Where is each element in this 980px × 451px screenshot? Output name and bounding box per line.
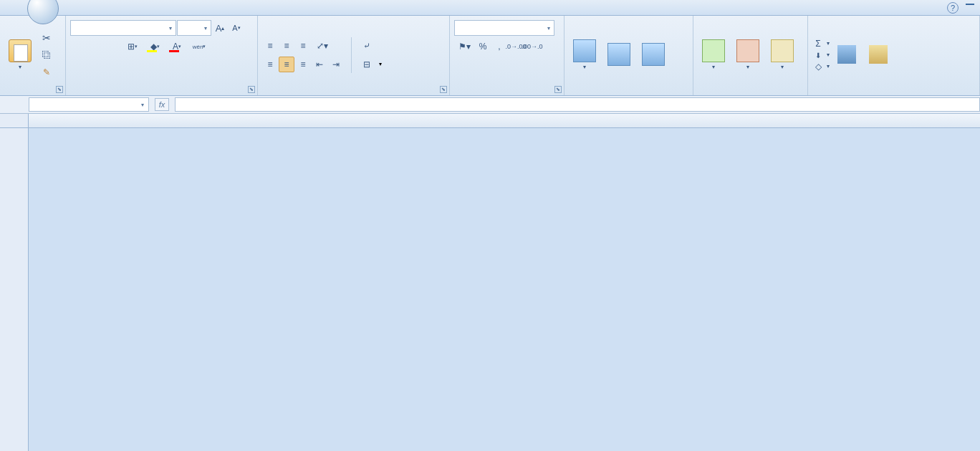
indent-dec-button[interactable]: ⇤ [312,57,327,72]
font-expand[interactable]: ⬊ [248,86,255,93]
table-format-button[interactable] [603,29,635,81]
shrink-font-button[interactable]: A▾ [229,20,244,36]
brush-icon [43,67,50,77]
insert-cells-button[interactable]: ▾ [698,29,729,81]
align-middle-button[interactable]: ≡ [279,38,294,54]
copy-icon [42,50,51,60]
help-icon[interactable]: ? [947,2,959,14]
group-editing-title [812,92,975,95]
percent-button[interactable]: % [475,39,491,54]
copy-button[interactable] [39,47,54,63]
border-button[interactable]: ⊞▾ [122,39,143,54]
number-expand[interactable]: ⬊ [554,86,562,93]
format-icon [771,39,794,62]
find-icon [869,45,888,64]
clipboard-expand[interactable]: ⬊ [56,86,63,93]
paste-icon [9,39,32,62]
font-size-combo[interactable]: ▾ [177,20,211,36]
group-align-title [262,92,445,95]
cut-button[interactable] [39,30,54,46]
group-cells-title [698,92,803,95]
wrap-text-button[interactable]: ⤶ [359,38,382,54]
cell-styles-button[interactable] [638,29,669,81]
column-headers [29,114,980,128]
orientation-button[interactable]: ⤢▾ [312,38,333,54]
align-bottom-button[interactable]: ≡ [295,38,311,54]
align-center-button[interactable]: ≡ [279,57,294,72]
underline-button[interactable] [103,39,119,54]
paste-button[interactable]: ▾ [4,29,36,81]
ribbon: ▾ ⬊ ▾ ▾ A▴ A▾ [0,16,980,96]
fill-color-button[interactable]: ◆▾ [144,39,165,54]
align-top-button[interactable]: ≡ [262,38,278,54]
indent-inc-button[interactable]: ⇥ [328,57,344,72]
bold-button[interactable] [70,39,86,54]
align-left-button[interactable]: ≡ [262,57,278,72]
delete-cells-button[interactable]: ▾ [732,29,764,81]
fill-button[interactable]: ▾ [812,50,830,60]
formula-input[interactable] [175,97,980,112]
group-number-title [454,92,559,95]
row-headers [0,114,29,451]
autosum-button[interactable]: ▾ [812,39,830,49]
group-font-title [70,92,253,95]
dec-decimal-button[interactable]: .00→.0 [524,39,540,54]
fx-button[interactable]: fx [155,98,169,111]
cond-format-icon [573,39,596,62]
sort-filter-button[interactable] [832,29,861,81]
align-right-button[interactable]: ≡ [295,57,311,72]
cell-styles-icon [642,43,665,66]
group-clipboard-title [4,92,61,95]
font-name-combo[interactable]: ▾ [70,20,176,36]
insert-icon [702,39,725,62]
grow-font-button[interactable]: A▴ [212,20,228,36]
align-expand[interactable]: ⬊ [440,86,447,93]
delete-icon [736,39,759,62]
table-format-icon [607,43,630,66]
italic-button[interactable] [87,39,102,54]
group-styles-title [569,92,688,95]
format-painter-button[interactable] [39,64,54,80]
minimize-ribbon-icon[interactable] [966,4,974,5]
ribbon-tabs [0,0,980,16]
sort-icon [837,45,856,64]
font-color-button[interactable]: A▾ [166,39,188,54]
number-format-combo[interactable]: ▾ [454,20,554,36]
merge-center-button[interactable]: ⊟▾ [359,57,382,72]
formula-bar: ▾ fx [0,96,980,114]
cond-format-button[interactable]: ▾ [569,29,600,81]
currency-button[interactable]: ⚑▾ [454,39,474,54]
clear-button[interactable]: ▾ [812,62,830,72]
format-cells-button[interactable]: ▾ [767,29,798,81]
select-all-corner[interactable] [0,114,28,128]
find-select-button[interactable] [864,29,893,81]
scissors-icon [42,32,51,44]
name-box[interactable]: ▾ [29,97,149,112]
phonetic-button[interactable]: wén▾ [188,39,210,54]
